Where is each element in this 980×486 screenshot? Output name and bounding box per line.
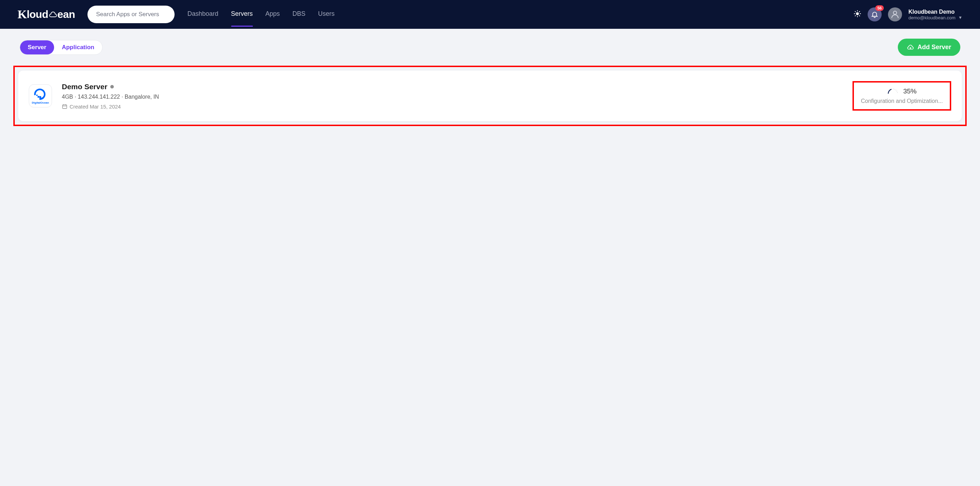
svg-rect-14 bbox=[62, 105, 67, 108]
brand-logo[interactable]: Kloud ean bbox=[18, 8, 75, 21]
progress-label: Configuration and Optimization... bbox=[861, 98, 943, 104]
calendar-icon bbox=[62, 103, 67, 109]
progress-arc-icon bbox=[887, 88, 899, 95]
svg-point-0 bbox=[856, 12, 859, 15]
server-details: Demo Server 4GB · 143.244.141.222 · Bang… bbox=[62, 83, 843, 110]
view-switch: Server Application bbox=[20, 40, 103, 55]
svg-line-7 bbox=[855, 16, 856, 16]
progress-row: 35% bbox=[887, 87, 916, 95]
user-email: demo@kloudbean.com bbox=[908, 15, 955, 21]
server-name: Demo Server bbox=[62, 83, 108, 91]
server-card[interactable]: DigitalOcean Demo Server 4GB · 143.244.1… bbox=[18, 71, 962, 121]
search-input-container bbox=[88, 6, 175, 23]
chevron-down-icon: ▼ bbox=[958, 15, 963, 20]
sun-icon bbox=[854, 10, 861, 17]
user-avatar[interactable] bbox=[888, 7, 902, 21]
theme-toggle[interactable] bbox=[854, 10, 861, 19]
nav-dbs[interactable]: DBS bbox=[293, 10, 305, 19]
nav-users[interactable]: Users bbox=[318, 10, 335, 19]
digitalocean-icon bbox=[33, 88, 48, 102]
svg-rect-12 bbox=[38, 96, 39, 98]
user-name: Kloudbean Demo bbox=[908, 9, 963, 15]
provider-icon-container: DigitalOcean bbox=[29, 84, 52, 108]
add-server-button[interactable]: Add Server bbox=[898, 39, 960, 56]
bell-icon bbox=[871, 11, 878, 18]
search-input[interactable] bbox=[96, 11, 166, 18]
server-ram: 4GB bbox=[62, 94, 73, 100]
progress-percent: 35% bbox=[903, 87, 916, 95]
cloud-plus-icon bbox=[907, 44, 914, 51]
add-server-label: Add Server bbox=[918, 44, 951, 51]
user-menu[interactable]: Kloudbean Demo demo@kloudbean.com ▼ bbox=[908, 9, 963, 21]
main-nav: Dashboard Servers Apps DBS Users bbox=[187, 10, 334, 19]
highlight-box-outer: DigitalOcean Demo Server 4GB · 143.244.1… bbox=[13, 66, 967, 126]
notification-badge: 56 bbox=[875, 5, 884, 11]
nav-dashboard[interactable]: Dashboard bbox=[187, 10, 218, 19]
svg-point-9 bbox=[894, 11, 897, 14]
main-header: Kloud ean Dashboard Servers Apps DBS Use… bbox=[0, 0, 980, 29]
svg-rect-13 bbox=[36, 94, 38, 96]
nav-servers[interactable]: Servers bbox=[231, 10, 253, 19]
header-right: 56 Kloudbean Demo demo@kloudbean.com ▼ bbox=[854, 7, 963, 21]
tab-application[interactable]: Application bbox=[54, 40, 102, 54]
server-location: Bangalore, IN bbox=[125, 94, 159, 100]
provider-label: DigitalOcean bbox=[32, 101, 49, 104]
server-list: DigitalOcean Demo Server 4GB · 143.244.1… bbox=[0, 66, 980, 126]
server-ip: 143.244.141.222 bbox=[78, 94, 120, 100]
notifications-button[interactable]: 56 bbox=[868, 7, 881, 21]
user-icon bbox=[890, 10, 900, 19]
server-created: Created Mar 15, 2024 bbox=[62, 103, 843, 110]
svg-line-4 bbox=[859, 16, 859, 16]
tab-server[interactable]: Server bbox=[20, 40, 54, 54]
status-dot-icon bbox=[110, 85, 114, 89]
nav-apps[interactable]: Apps bbox=[266, 10, 280, 19]
page-toolbar: Server Application Add Server bbox=[0, 29, 980, 66]
highlight-box-inner: 35% Configuration and Optimization... bbox=[853, 81, 951, 111]
server-created-text: Created Mar 15, 2024 bbox=[70, 103, 121, 110]
server-meta: 4GB · 143.244.141.222 · Bangalore, IN bbox=[62, 94, 843, 100]
